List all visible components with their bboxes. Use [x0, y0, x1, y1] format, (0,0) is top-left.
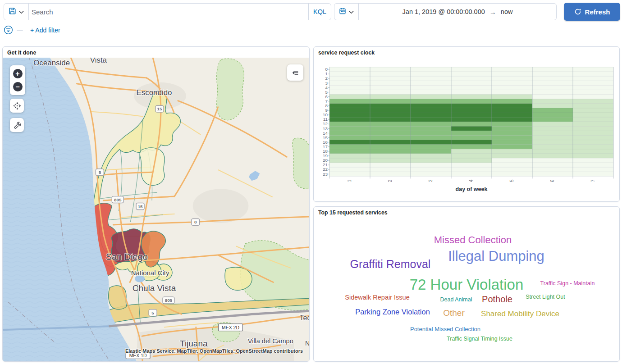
heatmap-cell[interactable] [329, 95, 370, 99]
heatmap-cell[interactable] [573, 154, 613, 158]
heatmap-cell[interactable] [573, 131, 613, 135]
heatmap-cell[interactable] [370, 90, 411, 95]
heatmap-cell[interactable] [370, 145, 411, 149]
tag-word[interactable]: Shared Mobility Device [481, 309, 559, 318]
heatmap-cell[interactable] [573, 167, 613, 172]
tag-word[interactable]: Street Light Out [526, 294, 565, 300]
heatmap-cell[interactable] [329, 149, 370, 154]
heatmap-cell[interactable] [411, 149, 451, 154]
heatmap-cell[interactable] [411, 126, 451, 131]
heatmap-cell[interactable] [492, 81, 532, 85]
kql-button[interactable]: KQL [308, 4, 331, 20]
heatmap-cell[interactable] [532, 163, 573, 167]
tag-word[interactable]: Traffic Signal Timing Issue [447, 336, 512, 342]
map-tools-button[interactable] [10, 118, 24, 132]
heatmap-cell[interactable] [532, 154, 573, 158]
heatmap-cell[interactable] [411, 136, 451, 140]
heatmap-cell[interactable] [532, 104, 573, 108]
heatmap-cell[interactable] [329, 131, 370, 135]
heatmap-cell[interactable] [532, 90, 573, 95]
heatmap-cell[interactable] [451, 163, 492, 167]
heatmap-cell[interactable] [532, 126, 573, 131]
heatmap-cell[interactable] [411, 117, 451, 122]
heatmap-cell[interactable] [492, 126, 532, 131]
heatmap-cell[interactable] [573, 172, 613, 176]
heatmap-cell[interactable] [411, 67, 451, 72]
heatmap-cell[interactable] [411, 122, 451, 126]
locate-button[interactable] [10, 99, 24, 113]
heatmap-cell[interactable] [370, 131, 411, 135]
heatmap-cell[interactable] [492, 99, 532, 104]
heatmap-cell[interactable] [492, 95, 532, 99]
heatmap-cell[interactable] [532, 140, 573, 145]
heatmap-cell[interactable] [451, 136, 492, 140]
heatmap-cell[interactable] [329, 99, 370, 104]
heatmap-cell[interactable] [573, 76, 613, 81]
heatmap-cell[interactable] [329, 104, 370, 108]
tag-word[interactable]: Pothole [482, 294, 512, 305]
heatmap-cell[interactable] [370, 136, 411, 140]
heatmap-cell[interactable] [492, 67, 532, 72]
filter-icon[interactable] [4, 25, 13, 35]
heatmap-cell[interactable] [329, 76, 370, 81]
heatmap-cell[interactable] [451, 154, 492, 158]
heatmap-cell[interactable] [411, 76, 451, 81]
add-filter-button[interactable]: + Add filter [30, 27, 60, 34]
heatmap-cell[interactable] [492, 76, 532, 81]
heatmap-cell[interactable] [329, 145, 370, 149]
heatmap-cell[interactable] [492, 158, 532, 163]
heatmap-cell[interactable] [451, 131, 492, 135]
heatmap-cell[interactable] [411, 81, 451, 85]
search-input[interactable] [29, 4, 308, 20]
heatmap-cell[interactable] [411, 145, 451, 149]
heatmap-cell[interactable] [492, 149, 532, 154]
heatmap-cell[interactable] [329, 67, 370, 72]
heatmap-cell[interactable] [532, 99, 573, 104]
heatmap-cell[interactable] [532, 72, 573, 76]
heatmap-cell[interactable] [532, 76, 573, 81]
heatmap-cell[interactable] [573, 85, 613, 90]
heatmap-cell[interactable] [451, 99, 492, 104]
heatmap-cell[interactable] [329, 85, 370, 90]
heatmap-cell[interactable] [532, 131, 573, 135]
heatmap-cell[interactable] [573, 149, 613, 154]
heatmap-cell[interactable] [451, 108, 492, 113]
heatmap-cell[interactable] [370, 172, 411, 176]
heatmap-cell[interactable] [411, 95, 451, 99]
heatmap-cell[interactable] [451, 85, 492, 90]
heatmap-cell[interactable] [532, 122, 573, 126]
heatmap-cell[interactable] [411, 163, 451, 167]
heatmap-cell[interactable] [573, 126, 613, 131]
heatmap-cell[interactable] [451, 113, 492, 117]
heatmap-cell[interactable] [451, 76, 492, 81]
heatmap-cell[interactable] [451, 117, 492, 122]
map-canvas[interactable]: 1558051588055MEX 2DMEX 1DOceansideVistaE… [3, 58, 309, 361]
heatmap-cell[interactable] [573, 108, 613, 113]
heatmap-cell[interactable] [451, 149, 492, 154]
tag-word[interactable]: Missed Collection [434, 234, 512, 246]
tag-word[interactable]: Sidewalk Repair Issue [345, 294, 409, 301]
heatmap-cell[interactable] [370, 122, 411, 126]
heatmap-cell[interactable] [573, 117, 613, 122]
heatmap-cell[interactable] [370, 108, 411, 113]
heatmap-cell[interactable] [411, 172, 451, 176]
heatmap-cell[interactable] [370, 149, 411, 154]
heatmap-cell[interactable] [532, 117, 573, 122]
heatmap-cell[interactable] [411, 85, 451, 90]
date-quick-select-button[interactable] [334, 4, 359, 20]
heatmap-cell[interactable] [492, 136, 532, 140]
heatmap-cell[interactable] [411, 108, 451, 113]
heatmap-cell[interactable] [573, 95, 613, 99]
heatmap-cell[interactable] [451, 81, 492, 85]
tag-word[interactable]: Dead Animal [440, 296, 472, 303]
heatmap-cell[interactable] [329, 172, 370, 176]
heatmap-cell[interactable] [451, 90, 492, 95]
heatmap-cell[interactable] [370, 81, 411, 85]
heatmap-cell[interactable] [492, 104, 532, 108]
heatmap-cell[interactable] [492, 85, 532, 90]
heatmap-cell[interactable] [532, 67, 573, 72]
heatmap-cell[interactable] [411, 72, 451, 76]
heatmap-cell[interactable] [370, 85, 411, 90]
heatmap-cell[interactable] [329, 163, 370, 167]
heatmap-cell[interactable] [573, 113, 613, 117]
